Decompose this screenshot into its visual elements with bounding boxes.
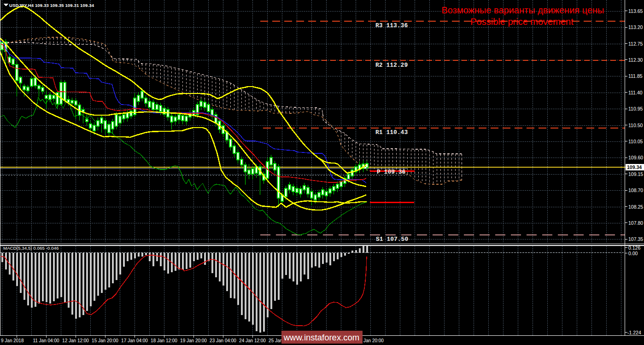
- svg-text:15 Jan 20:00: 15 Jan 20:00: [92, 338, 118, 343]
- svg-text:109.60: 109.60: [628, 155, 643, 160]
- svg-text:108.70: 108.70: [628, 187, 643, 193]
- svg-text:24 Jan 12:00: 24 Jan 12:00: [239, 338, 266, 343]
- svg-text:111.40: 111.40: [628, 90, 643, 95]
- svg-text:112.75: 112.75: [628, 41, 643, 47]
- svg-text:18 Jan 12:00: 18 Jan 12:00: [151, 338, 177, 343]
- svg-text:113.65: 113.65: [628, 8, 643, 14]
- svg-text:S1 107.50: S1 107.50: [376, 236, 408, 243]
- svg-text:R1 110.43: R1 110.43: [375, 129, 408, 136]
- svg-text:110.95: 110.95: [628, 106, 643, 111]
- svg-text:0.126: 0.126: [628, 245, 640, 251]
- svg-text:107.80: 107.80: [628, 220, 643, 226]
- svg-text:113.20: 113.20: [628, 24, 643, 30]
- svg-text:0.00: 0.00: [628, 251, 638, 256]
- svg-text:12 Jan 12:00: 12 Jan 12:00: [62, 338, 89, 343]
- svg-text:110.05: 110.05: [628, 139, 643, 144]
- svg-text:-1.224: -1.224: [627, 330, 641, 335]
- svg-text:Возможные варианты движения це: Возможные варианты движения цены: [442, 5, 604, 15]
- svg-text:9 Jan 2018: 9 Jan 2018: [1, 338, 24, 343]
- svg-text:112.30: 112.30: [628, 57, 643, 63]
- svg-text:108.25: 108.25: [628, 204, 643, 210]
- svg-text:Possible price movement: Possible price movement: [470, 17, 574, 27]
- svg-text:USDJPY,H4 109.33 109.35 109.3: USDJPY,H4 109.33 109.35 109.31 109.34: [9, 3, 94, 8]
- svg-text:23 Jan 04:00: 23 Jan 04:00: [210, 338, 236, 343]
- svg-text:109.34: 109.34: [627, 164, 642, 170]
- svg-text:MACD(5,34,5) 0.065 -0.046: MACD(5,34,5) 0.065 -0.046: [3, 246, 59, 251]
- svg-text:17 Jan 04:00: 17 Jan 04:00: [121, 338, 148, 343]
- svg-text:111.85: 111.85: [628, 73, 643, 79]
- svg-text:11 Jan 04:00: 11 Jan 04:00: [33, 338, 59, 343]
- svg-text:www.instaforex.com: www.instaforex.com: [283, 333, 360, 342]
- svg-text:110.50: 110.50: [628, 123, 643, 128]
- svg-text:107.35: 107.35: [628, 236, 643, 242]
- svg-text:R3 113.36: R3 113.36: [375, 22, 408, 29]
- svg-text:19 Jan 20:00: 19 Jan 20:00: [180, 338, 207, 343]
- svg-text:109.15: 109.15: [628, 171, 643, 177]
- svg-text:R2 112.29: R2 112.29: [375, 62, 408, 69]
- svg-text:P 109.36: P 109.36: [377, 169, 406, 175]
